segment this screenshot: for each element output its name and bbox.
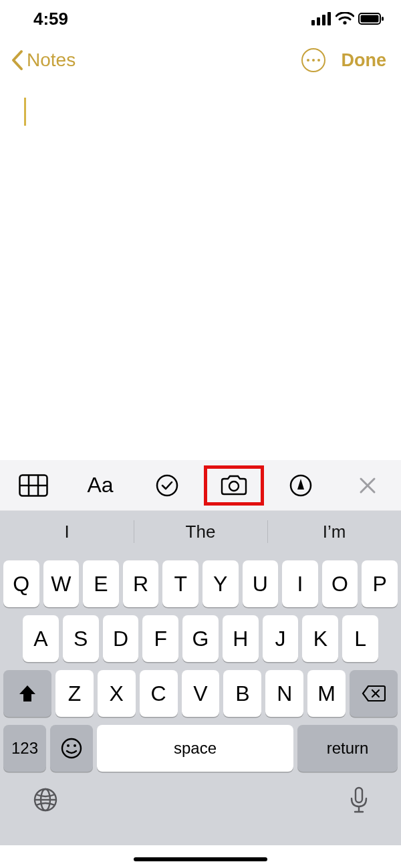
key-p[interactable]: P	[362, 560, 398, 607]
keyboard-row-2: A S D F G H J K L	[0, 615, 401, 662]
dictation-key[interactable]	[349, 786, 369, 817]
globe-key[interactable]	[32, 786, 59, 816]
svg-rect-3	[327, 12, 331, 25]
shift-icon	[17, 683, 37, 703]
camera-icon	[219, 474, 249, 497]
key-s[interactable]: S	[63, 615, 99, 662]
backspace-icon	[362, 685, 386, 702]
more-button[interactable]	[301, 48, 325, 72]
camera-button[interactable]	[204, 465, 264, 506]
key-v[interactable]: V	[182, 670, 220, 717]
keyboard-footer	[0, 772, 401, 845]
keyboard-row-4: 123 space return	[0, 725, 401, 772]
svg-point-20	[67, 744, 70, 747]
back-label: Notes	[27, 49, 76, 71]
svg-rect-2	[322, 15, 325, 25]
text-format-button[interactable]: Aa	[70, 465, 130, 506]
dismiss-toolbar-button[interactable]	[338, 465, 398, 506]
key-i[interactable]: I	[282, 560, 318, 607]
svg-point-13	[229, 481, 239, 491]
key-l[interactable]: L	[342, 615, 378, 662]
keyboard: I The I’m Q W E R T Y U I O P A S D F G …	[0, 511, 401, 845]
shift-key[interactable]	[3, 670, 51, 717]
status-icons	[311, 12, 385, 25]
done-button[interactable]: Done	[342, 50, 387, 71]
keyboard-row-1: Q W E R T Y U I O P	[0, 560, 401, 607]
key-a[interactable]: A	[23, 615, 59, 662]
table-button[interactable]	[3, 465, 63, 506]
number-mode-key[interactable]: 123	[3, 725, 46, 772]
key-y[interactable]: Y	[203, 560, 239, 607]
key-f[interactable]: F	[142, 615, 178, 662]
svg-point-19	[62, 739, 81, 758]
predictive-row: I The I’m	[0, 511, 401, 552]
markup-button[interactable]	[271, 465, 331, 506]
globe-icon	[32, 786, 59, 813]
return-key[interactable]: return	[297, 725, 398, 772]
key-k[interactable]: K	[302, 615, 338, 662]
key-b[interactable]: B	[223, 670, 261, 717]
check-circle-icon	[155, 473, 179, 498]
battery-icon	[358, 12, 385, 25]
key-e[interactable]: E	[83, 560, 119, 607]
note-editor[interactable]	[0, 83, 401, 460]
key-x[interactable]: X	[98, 670, 136, 717]
keyboard-row-3: Z X C V B N M	[0, 670, 401, 717]
key-c[interactable]: C	[140, 670, 178, 717]
emoji-icon	[60, 737, 83, 760]
backspace-key[interactable]	[350, 670, 398, 717]
text-cursor	[24, 98, 26, 126]
svg-rect-1	[317, 17, 320, 25]
svg-point-21	[74, 744, 76, 747]
mic-icon	[349, 786, 369, 815]
back-button[interactable]: Notes	[9, 49, 76, 72]
close-icon	[358, 476, 377, 495]
key-t[interactable]: T	[162, 560, 198, 607]
key-w[interactable]: W	[43, 560, 80, 607]
prediction-2[interactable]: The	[134, 511, 267, 552]
nav-bar: Notes Done	[0, 37, 401, 83]
chevron-left-icon	[9, 49, 25, 72]
pen-circle-icon	[289, 473, 313, 498]
key-u[interactable]: U	[243, 560, 279, 607]
key-r[interactable]: R	[123, 560, 159, 607]
svg-rect-6	[361, 15, 379, 23]
key-q[interactable]: Q	[3, 560, 39, 607]
svg-rect-25	[356, 788, 362, 802]
key-j[interactable]: J	[263, 615, 299, 662]
key-d[interactable]: D	[103, 615, 139, 662]
cellular-icon	[311, 12, 331, 25]
ellipsis-icon	[307, 59, 309, 62]
key-z[interactable]: Z	[55, 670, 94, 717]
status-bar: 4:59	[0, 0, 401, 37]
emoji-key[interactable]	[50, 725, 93, 772]
svg-point-12	[157, 475, 177, 496]
wifi-icon	[336, 12, 354, 25]
key-g[interactable]: G	[182, 615, 219, 662]
table-icon	[19, 474, 48, 497]
key-m[interactable]: M	[307, 670, 346, 717]
status-time: 4:59	[33, 9, 68, 29]
svg-rect-7	[382, 17, 384, 21]
format-toolbar: Aa	[0, 460, 401, 511]
key-h[interactable]: H	[223, 615, 259, 662]
svg-point-4	[343, 21, 346, 24]
key-o[interactable]: O	[322, 560, 358, 607]
prediction-1[interactable]: I	[0, 511, 134, 552]
checklist-button[interactable]	[137, 465, 197, 506]
space-key[interactable]: space	[97, 725, 293, 772]
svg-rect-0	[311, 20, 315, 25]
key-n[interactable]: N	[265, 670, 303, 717]
home-indicator[interactable]	[134, 857, 267, 861]
prediction-3[interactable]: I’m	[267, 511, 401, 552]
